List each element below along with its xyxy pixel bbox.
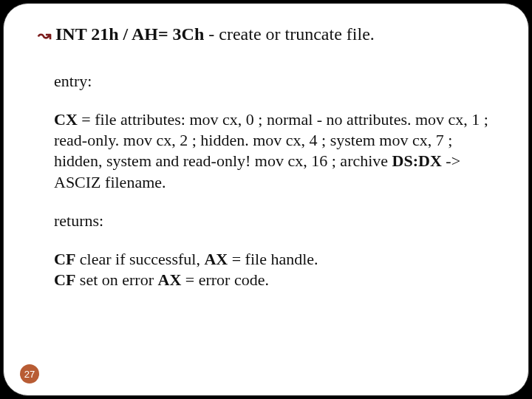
slide-body: entry: CX = file attributes: mov cx, 0 ;… (38, 71, 494, 290)
ret2-ax: AX (158, 270, 182, 289)
ret1-t2: = file handle. (228, 250, 318, 268)
returns-label: returns: (54, 211, 494, 231)
page-number-badge: 27 (20, 364, 39, 383)
entry-label: entry: (54, 71, 494, 92)
ret2-t2: = error code. (181, 270, 269, 289)
ret1-cf: CF (54, 250, 75, 268)
returns-paragraph: CF clear if successful, AX = file handle… (54, 249, 494, 290)
ret2-cf: CF (54, 270, 75, 289)
slide-title: ↝ INT 21h / AH= 3Ch - create or truncate… (38, 24, 494, 44)
title-rest: - create or truncate file. (204, 24, 375, 44)
bullet-arrow-icon: ↝ (38, 27, 51, 44)
ret1-t1: clear if successful, (75, 250, 204, 268)
ret1-ax: AX (204, 250, 228, 268)
cx-paragraph: CX = file attributes: mov cx, 0 ; normal… (54, 109, 494, 193)
cx-bold: CX (54, 110, 78, 129)
slide-card: ↝ INT 21h / AH= 3Ch - create or truncate… (3, 3, 529, 396)
dsdx-bold: DS:DX (392, 151, 442, 170)
title-bold: INT 21h / AH= 3Ch (55, 24, 204, 44)
ret2-t1: set on error (75, 270, 157, 289)
page-number: 27 (24, 369, 35, 380)
